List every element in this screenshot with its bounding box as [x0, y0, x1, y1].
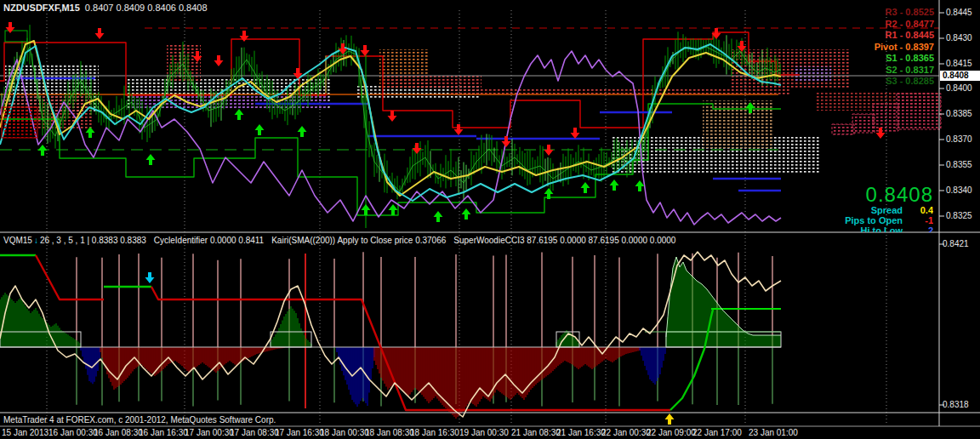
time-axis-label: 18 Jan 00:30	[320, 428, 369, 437]
current-price-marker: 0.8408	[940, 71, 980, 81]
time-axis-label: 21 Jan 08:30	[511, 428, 561, 437]
quote-row: Hi to Low2	[755, 225, 933, 232]
quote-row-value: 2	[903, 225, 933, 232]
pivot-level-s2: S2 - 0.8317	[875, 65, 934, 77]
price-axis-label: 0.8430	[946, 33, 972, 43]
current-price-display: 0.8408	[755, 185, 933, 205]
price-axis-label: 0.8340	[946, 185, 972, 195]
quote-row-label: Hi to Low	[861, 225, 903, 232]
time-axis-label: 19 Jan 00:30	[459, 428, 509, 437]
indicator-axis-max: 0.8421	[943, 239, 969, 248]
indicator-params: 26 , 3 , 5 , 1 | 0.8383 0.8383	[40, 236, 146, 245]
time-axis-label: 17 Jan 08:30	[230, 428, 279, 437]
symbol-period-label: NZDUSDFXF,M15	[3, 3, 80, 13]
copyright-label: MetaTrader 4 at FOREX.com, c 2001-2012, …	[3, 415, 276, 425]
quote-row-value: 0.4	[903, 205, 933, 215]
price-axis-label: 0.8355	[946, 160, 972, 169]
time-axis-label: 15 Jan 2013	[2, 428, 48, 437]
time-axis-label: 21 Jan 16:30	[556, 428, 606, 437]
time-axis-label: 22 Jan 00:30	[601, 428, 651, 437]
pivot-level-s1: S1 - 0.8365	[875, 53, 934, 65]
pivot-level-r1: R1 - 0.8445	[875, 30, 934, 42]
pivot-levels-panel: R3 - 0.8525R2 - 0.8477R1 - 0.8445Pivot -…	[875, 7, 934, 88]
time-axis-label: 16 Jan 16:30	[139, 428, 188, 437]
time-axis-label: 22 Jan 09:00	[647, 428, 696, 437]
pivot-level-r3: R3 - 0.8525	[875, 7, 934, 19]
time-axis-label: 16 Jan 08:30	[94, 428, 143, 437]
ohlc-values: 0.8407 0.8409 0.8406 0.8408	[85, 3, 208, 13]
price-axis-label: 0.8370	[946, 134, 972, 144]
time-axis-label: 18 Jan 08:30	[365, 428, 414, 437]
down-arrow-icon: ↓	[34, 236, 38, 245]
indicator-name: VQM15	[3, 236, 32, 245]
quote-rows: Spread0.4Pips to Open-1Hi to Low2	[755, 205, 933, 232]
pivot-level-s3: S3 - 0.8285	[875, 76, 934, 88]
quote-panel: 0.8408 Spread0.4Pips to Open-1Hi to Low2	[755, 185, 933, 232]
quote-row: Spread0.4	[755, 205, 933, 215]
cycle-identifier-values: CycleIdentifier 0.0000 0.8411	[154, 236, 264, 245]
cci-values: SuperWoodieCCI3 87.6195 0.0000 87.6195 0…	[453, 236, 675, 245]
price-axis-label: 0.8445	[946, 8, 972, 17]
time-axis-label: 18 Jan 16:30	[410, 428, 459, 437]
price-axis-label: 0.8400	[946, 83, 972, 93]
kairi-values: Kairi(SMA((200)) Apply to Close price 0.…	[271, 236, 446, 245]
time-axis-label: 16 Jan 00:30	[48, 428, 98, 437]
indicator-title: VQM15↓26 , 3 , 5 , 1 | 0.8383 0.8383Cycl…	[3, 236, 683, 245]
quote-row-value: -1	[903, 215, 933, 225]
mt4-chart-window: NZDUSDFXF,M150.8407 0.8409 0.8406 0.8408…	[0, 0, 980, 439]
pivot-level-r2: R2 - 0.8477	[875, 19, 934, 31]
indicator-axis-min: 0.8318	[943, 400, 969, 409]
quote-row: Pips to Open-1	[755, 215, 933, 225]
time-axis-label: 17 Jan 16:30	[275, 428, 324, 437]
price-axis-label: 0.8325	[946, 211, 972, 220]
quote-row-label: Pips to Open	[845, 215, 903, 225]
time-axis-label: 17 Jan 00:30	[185, 428, 234, 437]
pivot-level-pivot: Pivot - 0.8397	[875, 42, 934, 54]
chart-title: NZDUSDFXF,M150.8407 0.8409 0.8406 0.8408	[3, 3, 208, 13]
time-axis-label: 22 Jan 17:00	[692, 428, 742, 437]
price-axis-label: 0.8415	[946, 59, 972, 68]
time-axis-label: 23 Jan 01:00	[749, 428, 798, 437]
quote-row-label: Spread	[871, 205, 903, 215]
price-axis-label: 0.8385	[946, 109, 972, 118]
